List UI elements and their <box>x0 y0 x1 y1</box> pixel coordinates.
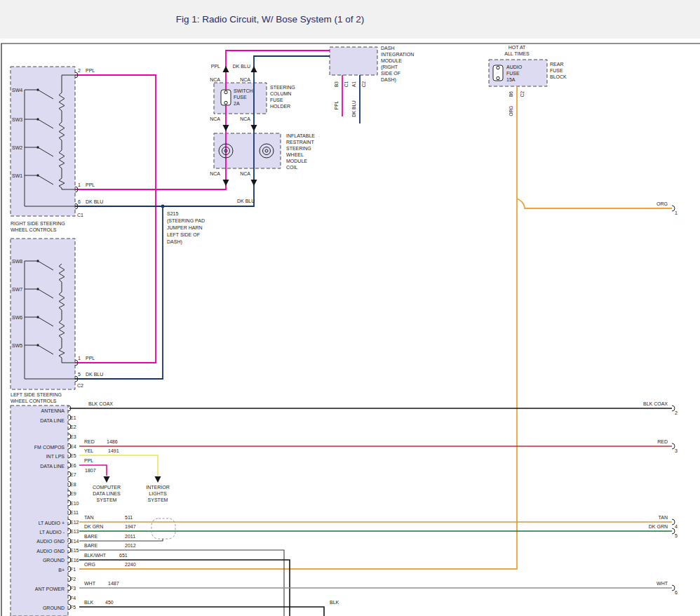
off-page-ref: 2 <box>675 410 678 415</box>
wire-color-label: PPL <box>86 356 95 361</box>
wire-color-label: BARE <box>84 543 97 548</box>
connector-arrow-up-icon <box>223 66 229 72</box>
pin-label: E2 <box>70 424 76 429</box>
splice-label: S215 <box>167 211 178 216</box>
circuit-number: 651 <box>119 553 128 558</box>
signal-label: DATA LINE <box>40 464 65 469</box>
wire-ppl-jumper <box>75 75 156 363</box>
hot-at-label: HOT AT <box>509 45 526 50</box>
wire-bare-2011 <box>79 539 163 541</box>
signal-label: LT AUDIO + <box>39 521 65 525</box>
steering-box-pin-arcs <box>75 72 78 382</box>
pin-number: 6 <box>78 199 81 204</box>
switch-contact-dot <box>36 260 39 262</box>
connector-pin-arcs <box>68 72 675 610</box>
module-caption: WHEEL CONTROLS <box>11 227 57 232</box>
wire-color-label: TAN <box>84 515 93 520</box>
wire-color-label: BARE <box>84 534 97 539</box>
dash-integration-module-box <box>330 47 377 75</box>
rear-fuse-block-caption: FUSE <box>550 68 563 73</box>
to-system-arrow-icon <box>155 476 161 483</box>
wire-color-label: DK BLU <box>86 372 103 377</box>
circuit-number: 511 <box>125 515 133 520</box>
wire-color-label: ORG <box>657 201 668 206</box>
fuse-label: AUDIO <box>506 65 523 69</box>
connector-arrow-down-icon <box>251 125 257 131</box>
signal-label: FM COMPOS <box>34 445 65 450</box>
wire-color-label: BLK COAX <box>643 401 668 406</box>
connector-arrow-down-icon <box>223 125 229 131</box>
circuit-number: 1491 <box>108 448 119 453</box>
destination-label: SYSTEM <box>97 497 117 502</box>
switch-contact-dot <box>36 316 39 318</box>
signal-label: AUDIO GND <box>36 539 65 544</box>
circuit-number: 1487 <box>108 581 119 586</box>
pin-label: E13 <box>70 529 79 534</box>
splice-label: JUMPER HARN <box>167 225 203 230</box>
wire-color-label: PPL <box>334 100 339 109</box>
circuit-number: 2011 <box>125 534 135 539</box>
wire-color-label: BLK <box>84 600 94 605</box>
module-caption: WHEEL CONTROLS <box>11 399 57 403</box>
fuse-rating: 2A <box>234 101 240 106</box>
off-page-ref: 3 <box>675 448 678 453</box>
pin-number: 1 <box>78 356 81 361</box>
fuse-holder-caption: COLUMN <box>270 91 291 96</box>
wire-color-label: WHT <box>84 581 96 586</box>
wire-color-label: BLK/WHT <box>84 553 107 558</box>
nca-label: NCA <box>240 116 250 121</box>
destination-label: SYSTEM <box>148 497 168 502</box>
wire-color-label: WHT <box>657 581 668 586</box>
connector-id: C2 <box>77 383 83 388</box>
signal-label: ANT POWER <box>35 587 65 591</box>
switch-label: SW8 <box>12 259 22 264</box>
switch-contact-dot <box>36 88 39 91</box>
wire-color-label: BLK COAX <box>88 401 113 406</box>
circuit-number: 1486 <box>107 439 118 444</box>
dim-caption: DASH) <box>381 77 396 83</box>
wire-dkblu-to-dim <box>75 56 330 206</box>
signal-label: GROUND <box>43 558 65 563</box>
rear-fuse-block-caption: BLOCK <box>550 74 567 79</box>
circuit-number: 450 <box>105 600 114 605</box>
circuit-number: 2240 <box>125 562 136 567</box>
pin-label: F2 <box>70 577 76 582</box>
switch-label: SW5 <box>12 343 22 348</box>
switch-contact-dot <box>36 174 39 176</box>
coil-caption: STEERING <box>286 146 311 151</box>
signal-label: LT AUDIO - <box>39 530 65 535</box>
signal-label: AUDIO GND <box>36 549 65 554</box>
pin-label: E3 <box>70 434 76 439</box>
pin-label: E16 <box>70 558 79 563</box>
switch-contact-dot <box>36 344 39 346</box>
pin-label: E5 <box>70 453 76 458</box>
wires <box>69 51 672 616</box>
pin-label: E14 <box>70 539 79 544</box>
destination-label: DATA LINES <box>93 491 121 496</box>
pin-number: B3 <box>334 81 339 87</box>
wire-color-label: DK BLU <box>86 199 103 204</box>
dim-caption: (RIGHT <box>381 65 398 70</box>
pin-label: E10 <box>70 501 79 506</box>
connector-arrow-up-icon <box>251 66 257 72</box>
coil-caption: MODULE <box>286 159 307 163</box>
destination-label: INTERIOR <box>146 485 169 490</box>
radio-connector-box <box>11 406 68 616</box>
wire-color-label: PPL <box>211 64 220 69</box>
wire-org-branch-right <box>517 199 672 208</box>
splice-label: LEFT SIDE OF <box>167 232 200 237</box>
wire-annotations: BLK COAX BLK COAX 2 RED 1486 RED 3 YEL 1… <box>84 401 678 605</box>
destination-label: LIGHTS <box>149 491 167 496</box>
page-title: Fig 1: Radio Circuit, W/ Bose System (1 … <box>176 14 365 25</box>
module-caption: LEFT SIDE STEERING <box>11 392 62 397</box>
switch-contact-dot <box>36 288 39 290</box>
to-system-arrow-icon <box>104 476 110 483</box>
wire-color-label: PPL <box>86 68 95 73</box>
pin-label: F3 <box>70 586 76 591</box>
circuit-number: 1807 <box>85 468 96 473</box>
switch-label: SW6 <box>12 315 22 320</box>
splice-s215-dot <box>161 205 165 208</box>
fuse-label: FUSE <box>234 95 247 100</box>
splice-label: (STEERING PAD <box>167 218 205 224</box>
pin-label: F5 <box>70 605 76 610</box>
